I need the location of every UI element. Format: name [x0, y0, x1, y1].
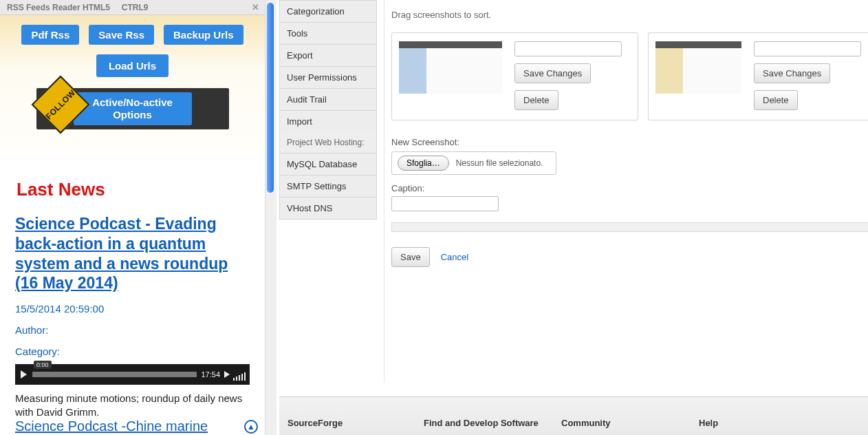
delete-button[interactable]: Delete	[514, 90, 558, 110]
file-status: Nessun file selezionato.	[456, 158, 543, 168]
volume-icon[interactable]	[224, 371, 230, 378]
screenshot-card[interactable]: Save Changes Delete	[648, 32, 868, 120]
nav-export[interactable]: Export	[280, 44, 376, 66]
save-changes-button[interactable]: Save Changes	[514, 63, 591, 83]
scroll-top-icon[interactable]: ▲	[244, 420, 258, 434]
sidebar-title: RSS Feeds Reader HTML5	[7, 3, 110, 12]
sidebar-scrollbar[interactable]	[265, 0, 276, 435]
save-button[interactable]: Save	[391, 247, 430, 267]
admin-nav: Categorization Tools Export User Permiss…	[279, 0, 377, 220]
save-changes-button[interactable]: Save Changes	[754, 63, 830, 83]
screenshot-thumb[interactable]	[655, 41, 741, 94]
volume-bars[interactable]	[232, 368, 246, 381]
delete-button[interactable]: Delete	[754, 90, 798, 110]
screenshots-editor: Drag screenshots to sort. Save Changes D…	[384, 0, 868, 383]
footer-community[interactable]: Community	[561, 418, 699, 428]
drag-hint: Drag screenshots to sort.	[391, 10, 868, 20]
backup-urls-button[interactable]: Backup Urls	[164, 25, 243, 45]
nav-import[interactable]: Import	[280, 110, 376, 132]
new-screenshot-label: New Screenshot:	[391, 137, 868, 147]
nav-group-webhosting: Project Web Hosting:	[280, 132, 376, 153]
audio-duration: 17:54	[201, 370, 220, 379]
news-title: Science Podcast - Evading back-action in…	[15, 214, 250, 293]
news-more-link[interactable]: Science Podcast -Chine marine	[15, 418, 208, 434]
caption-field[interactable]	[754, 41, 861, 56]
horizontal-scrollbar[interactable]	[391, 222, 868, 232]
play-icon[interactable]	[21, 370, 27, 379]
last-news-panel: Last News Science Podcast - Evading back…	[10, 172, 255, 434]
news-title-link[interactable]: Science Podcast - Evading back-action in…	[15, 215, 228, 292]
sidebar-shortcut: CTRL9	[122, 3, 149, 12]
nav-categorization[interactable]: Categorization	[280, 0, 376, 22]
nav-user-permissions[interactable]: User Permissions	[280, 66, 376, 88]
pdf-rss-button[interactable]: Pdf Rss	[21, 25, 79, 45]
browse-button[interactable]: Sfoglia…	[398, 156, 449, 171]
load-urls-button[interactable]: Load Urls	[96, 54, 169, 77]
nav-mysql[interactable]: MySQL Database	[280, 153, 376, 175]
new-caption-field[interactable]	[391, 196, 499, 211]
rss-sidebar-panel: RSS Feeds Reader HTML5 CTRL9 ✕ Pdf Rss S…	[0, 0, 265, 435]
nav-tools[interactable]: Tools	[280, 22, 376, 44]
cancel-link[interactable]: Cancel	[441, 252, 468, 262]
news-author-label: Author:	[15, 324, 250, 336]
nav-vhost[interactable]: VHost DNS	[280, 197, 376, 219]
audio-player[interactable]: 0:00 17:54	[15, 364, 250, 385]
nav-audit-trail[interactable]: Audit Trail	[280, 88, 376, 110]
news-heading: Last News	[17, 179, 250, 200]
nav-smtp[interactable]: SMTP Settings	[280, 175, 376, 197]
rss-toolbar-area: Pdf Rss Save Rss Backup Urls Load Urls F…	[0, 15, 265, 153]
screenshot-thumb[interactable]	[399, 41, 502, 94]
sidebar-titlebar: RSS Feeds Reader HTML5 CTRL9 ✕	[0, 0, 265, 15]
file-picker[interactable]: Sfoglia… Nessun file selezionato.	[391, 151, 556, 175]
footer-help[interactable]: Help	[699, 418, 836, 428]
active-options-button[interactable]: Active/No-active Options	[74, 92, 192, 125]
page-footer: SourceForge Find and Develop Software Co…	[279, 396, 868, 435]
caption-label: Caption:	[391, 183, 868, 193]
caption-field[interactable]	[514, 41, 622, 56]
footer-sourceforge[interactable]: SourceForge	[287, 418, 424, 428]
audio-track[interactable]: 0:00	[32, 372, 197, 377]
news-datetime: 15/5/2014 20:59:00	[15, 303, 250, 315]
close-icon[interactable]: ✕	[252, 0, 259, 15]
save-rss-button[interactable]: Save Rss	[89, 25, 154, 45]
news-description: Measuring minute motions; roundup of dai…	[15, 392, 250, 418]
scrollbar-thumb[interactable]	[267, 3, 274, 193]
news-category-label: Category:	[15, 346, 250, 357]
screenshot-card[interactable]: Save Changes Delete	[391, 32, 638, 120]
audio-position: 0:00	[34, 361, 52, 369]
footer-find-develop[interactable]: Find and Develop Software	[424, 418, 561, 428]
screenshot-row: Save Changes Delete Save Changes Delete	[391, 32, 868, 120]
